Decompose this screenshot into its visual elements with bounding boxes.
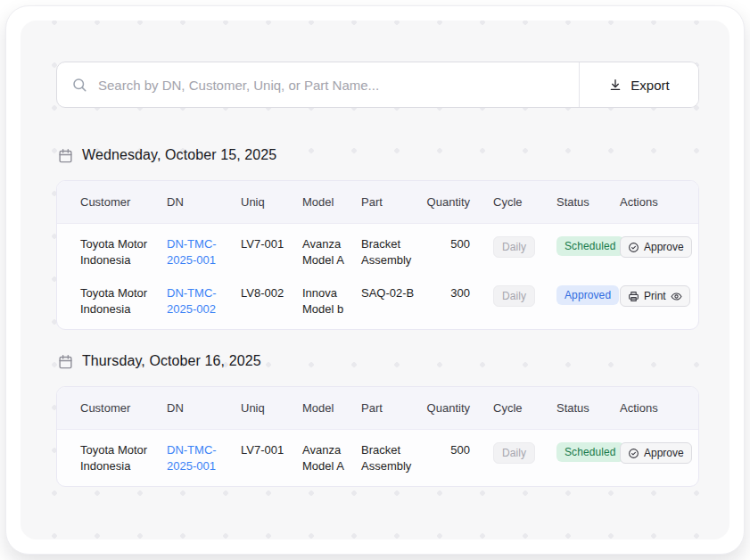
day-header: Wednesday, October 15, 2025 (56, 147, 696, 163)
app-window: Search by DN, Customer, Uniq, or Part Na… (5, 5, 745, 555)
column-header-status: Status (550, 401, 614, 415)
eye-icon (671, 291, 682, 302)
column-header-actions: Actions (614, 401, 684, 415)
download-icon (608, 78, 622, 92)
printer-icon (628, 291, 639, 302)
print-button[interactable]: Print (620, 285, 690, 307)
approve-button[interactable]: Approve (620, 442, 692, 464)
customer-cell: Toyota Motor Indonesia (80, 442, 167, 474)
column-header-quantity: Quantity (425, 401, 470, 415)
column-header-dn: DN (167, 195, 241, 209)
uniq-cell: LV8-002 (241, 285, 302, 301)
table-row: Toyota Motor Indonesia DN-TMC-2025-001 L… (57, 224, 698, 280)
table-row: Toyota Motor Indonesia DN-TMC-2025-001 L… (57, 430, 698, 486)
model-cell: Innova Model b (302, 285, 361, 317)
part-cell: SAQ-02-B (361, 285, 425, 301)
column-header-dn: DN (167, 401, 241, 415)
part-cell: Bracket Assembly (361, 442, 425, 474)
column-header-quantity: Quantity (425, 195, 470, 209)
model-cell: Avanza Model A (302, 442, 361, 474)
column-header-actions: Actions (614, 195, 684, 209)
approve-button-label: Approve (644, 447, 684, 459)
table-body: Toyota Motor Indonesia DN-TMC-2025-001 L… (57, 430, 698, 486)
quantity-cell: 500 (425, 442, 470, 458)
approve-button-label: Approve (644, 241, 684, 253)
print-button-label: Print (644, 290, 666, 302)
search-icon (71, 77, 87, 93)
toolbar: Search by DN, Customer, Uniq, or Part Na… (56, 62, 699, 108)
dn-link[interactable]: DN-TMC-2025-001 (167, 236, 229, 268)
delivery-table: CustomerDNUniqModelPartQuantityCycleStat… (56, 386, 699, 487)
delivery-table: CustomerDNUniqModelPartQuantityCycleStat… (56, 180, 699, 330)
customer-cell: Toyota Motor Indonesia (80, 236, 167, 268)
calendar-icon (58, 148, 73, 163)
content-canvas: Search by DN, Customer, Uniq, or Part Na… (21, 21, 729, 539)
model-cell: Avanza Model A (302, 236, 361, 268)
table-header-row: CustomerDNUniqModelPartQuantityCycleStat… (57, 181, 698, 224)
cycle-badge: Daily (493, 285, 535, 307)
export-button[interactable]: Export (579, 62, 698, 107)
customer-cell: Toyota Motor Indonesia (80, 285, 167, 317)
approve-button[interactable]: Approve (620, 236, 692, 258)
column-header-customer: Customer (80, 195, 167, 209)
check-circle-icon (628, 448, 639, 459)
column-header-model: Model (302, 195, 361, 209)
cycle-badge: Daily (493, 442, 535, 464)
column-header-part: Part (361, 401, 425, 415)
date-heading: Thursday, October 16, 2025 (82, 353, 261, 369)
quantity-cell: 300 (425, 285, 470, 301)
cycle-badge: Daily (493, 236, 535, 258)
table-body: Toyota Motor Indonesia DN-TMC-2025-001 L… (57, 224, 698, 329)
status-badge: Approved (556, 285, 619, 305)
column-header-uniq: Uniq (241, 401, 302, 415)
date-heading: Wednesday, October 15, 2025 (82, 147, 276, 163)
day-section: Thursday, October 16, 2025 CustomerDNUni… (56, 353, 696, 487)
search-placeholder: Search by DN, Customer, Uniq, or Part Na… (98, 78, 379, 93)
sections-container: Wednesday, October 15, 2025 CustomerDNUn… (56, 147, 696, 487)
column-header-cycle: Cycle (470, 401, 550, 415)
column-header-uniq: Uniq (241, 195, 302, 209)
column-header-model: Model (302, 401, 361, 415)
dn-link[interactable]: DN-TMC-2025-001 (167, 442, 229, 474)
uniq-cell: LV7-001 (241, 236, 302, 252)
dn-link[interactable]: DN-TMC-2025-002 (167, 285, 229, 317)
calendar-icon (58, 354, 73, 369)
column-header-status: Status (550, 195, 614, 209)
export-button-label: Export (630, 78, 669, 93)
uniq-cell: LV7-001 (241, 442, 302, 458)
quantity-cell: 500 (425, 236, 470, 252)
day-header: Thursday, October 16, 2025 (56, 353, 696, 369)
table-header-row: CustomerDNUniqModelPartQuantityCycleStat… (57, 387, 698, 430)
table-row: Toyota Motor Indonesia DN-TMC-2025-002 L… (57, 280, 698, 329)
screen: Search by DN, Customer, Uniq, or Part Na… (0, 0, 750, 560)
check-circle-icon (628, 242, 639, 253)
column-header-cycle: Cycle (470, 195, 550, 209)
search-input[interactable]: Search by DN, Customer, Uniq, or Part Na… (57, 62, 579, 107)
day-section: Wednesday, October 15, 2025 CustomerDNUn… (56, 147, 696, 330)
column-header-part: Part (361, 195, 425, 209)
column-header-customer: Customer (80, 401, 167, 415)
part-cell: Bracket Assembly (361, 236, 425, 268)
